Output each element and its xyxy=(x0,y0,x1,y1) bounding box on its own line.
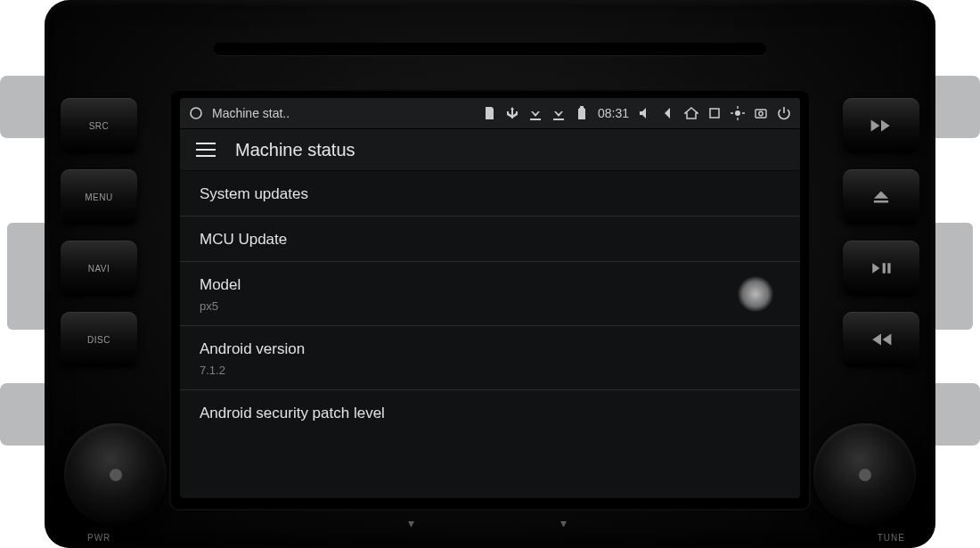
hw-button-label: SRC xyxy=(89,121,110,131)
back-nav-icon[interactable] xyxy=(661,106,675,120)
nav-circle-icon xyxy=(189,106,203,120)
svg-point-0 xyxy=(191,108,201,119)
list-item-subtitle: 7.1.2 xyxy=(200,364,780,377)
power-icon[interactable] xyxy=(777,106,791,120)
head-unit-fascia: SRC MENU NAVI DISC PWR TUNE ▾ xyxy=(45,0,935,548)
svg-point-8 xyxy=(759,111,763,115)
volume-knob[interactable] xyxy=(64,423,167,526)
list-item-subtitle: px5 xyxy=(200,299,780,313)
hw-button-label: MENU xyxy=(85,192,112,202)
fascia-marker: ▾ ▾ xyxy=(408,516,572,530)
home-nav-icon[interactable] xyxy=(684,106,698,120)
statusbar-clock: 08:31 xyxy=(598,106,629,120)
list-item-title: Android security patch level xyxy=(200,405,780,422)
left-button-column: SRC MENU NAVI DISC xyxy=(61,98,137,367)
hw-button-disc[interactable]: DISC xyxy=(61,312,137,367)
svg-rect-7 xyxy=(755,110,766,118)
hw-button-label: DISC xyxy=(87,335,110,345)
hamburger-icon[interactable] xyxy=(196,143,216,157)
sd-card-icon xyxy=(482,106,496,120)
list-item-title: System updates xyxy=(200,185,780,203)
list-item-title: Model xyxy=(200,276,780,294)
hw-button-next-icon[interactable] xyxy=(843,98,919,153)
android-screen: Machine stat.. 08:31 xyxy=(180,98,800,498)
list-item[interactable]: System updates xyxy=(180,171,800,217)
tune-knob[interactable] xyxy=(813,423,916,526)
download-icon xyxy=(551,106,566,120)
disc-slot[interactable] xyxy=(214,43,766,55)
status-bar[interactable]: Machine stat.. 08:31 xyxy=(180,98,800,129)
hw-button-menu[interactable]: MENU xyxy=(61,169,137,225)
battery-icon xyxy=(575,106,589,120)
hw-button-play-pause-icon[interactable] xyxy=(843,241,919,296)
volume-icon xyxy=(638,106,652,120)
usb-icon xyxy=(505,106,519,120)
screenshot-icon[interactable] xyxy=(754,106,768,120)
list-item[interactable]: MCU Update xyxy=(180,217,800,262)
list-item[interactable]: Android version 7.1.2 xyxy=(180,326,800,390)
page-title: Machine status xyxy=(235,140,355,160)
svg-point-2 xyxy=(735,110,740,116)
hw-button-eject-icon[interactable] xyxy=(843,169,919,225)
product-photo: SRC MENU NAVI DISC PWR TUNE ▾ xyxy=(0,0,980,548)
list-item-title: Android version xyxy=(200,340,780,358)
brightness-icon[interactable] xyxy=(731,106,745,120)
hw-button-label: NAVI xyxy=(88,264,110,274)
lcd-bezel: Machine stat.. 08:31 xyxy=(169,89,811,511)
knob-label: TUNE xyxy=(878,533,905,543)
list-item[interactable]: Android security patch level xyxy=(180,390,800,435)
recents-nav-icon[interactable] xyxy=(707,106,722,120)
settings-header: Machine status xyxy=(180,129,800,171)
download-icon xyxy=(528,106,543,120)
list-item[interactable]: Model px5 xyxy=(180,262,800,326)
hw-button-src[interactable]: SRC xyxy=(61,98,137,153)
hw-button-prev-icon[interactable] xyxy=(843,312,919,367)
right-button-column xyxy=(843,98,919,367)
hw-button-navi[interactable]: NAVI xyxy=(61,241,137,296)
knob-label: PWR xyxy=(87,533,110,543)
statusbar-app-title: Machine stat.. xyxy=(212,106,290,120)
svg-rect-1 xyxy=(710,109,719,118)
settings-list[interactable]: System updates MCU Update Model px5 Andr… xyxy=(180,171,800,498)
list-item-title: MCU Update xyxy=(200,231,780,249)
